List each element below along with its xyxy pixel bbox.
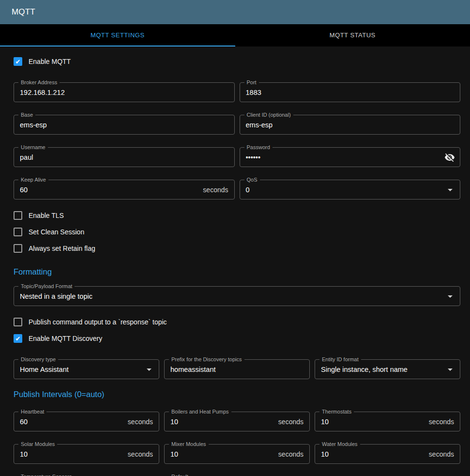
dropdown-arrow-icon [143,364,155,375]
port-input[interactable] [246,89,455,96]
water-label: Water Modules [319,441,360,447]
solar-input[interactable] [20,450,124,458]
keep-alive-field: Keep Alive seconds [14,180,235,200]
discovery-prefix-label: Prefix for the Discovery topics [169,356,244,362]
publish-response-checkbox[interactable] [14,318,22,326]
tab-bar: MQTT SETTINGS MQTT STATUS [0,24,470,46]
heartbeat-label: Heartbeat [18,409,46,415]
enable-tls-checkbox[interactable] [14,211,22,220]
password-field: Password [240,147,461,167]
publish-response-label: Publish command output to a `response` t… [29,318,167,326]
discovery-type-value: Home Assistant [20,366,140,373]
discovery-prefix-input[interactable] [170,366,303,373]
mixer-label: Mixer Modules [169,441,209,447]
thermostats-input[interactable] [321,418,425,426]
discovery-type-select[interactable]: Discovery type Home Assistant [14,359,159,379]
enable-discovery-checkbox[interactable] [14,334,22,343]
username-input[interactable] [20,154,228,161]
discovery-prefix-field: Prefix for the Discovery topics [164,359,310,379]
retain-flag-label: Always set Retain flag [29,245,95,252]
app-header: MQTT [0,0,470,24]
password-label: Password [244,144,273,150]
boilers-field: Boilers and Heat Pumps seconds [164,412,310,431]
clean-session-checkbox-row[interactable]: Set Clean Session [14,224,460,240]
retain-flag-checkbox-row[interactable]: Always set Retain flag [14,240,460,257]
entity-format-select[interactable]: Entity ID format Single instance, short … [315,359,460,379]
retain-flag-checkbox[interactable] [14,244,22,253]
port-field: Port [240,82,461,102]
water-input[interactable] [321,450,425,458]
clean-session-label: Set Clean Session [29,228,84,236]
heartbeat-input[interactable] [20,418,124,426]
boilers-label: Boilers and Heat Pumps [169,409,231,415]
water-field: Water Modules seconds [315,444,460,464]
keep-alive-label: Keep Alive [18,177,48,183]
enable-mqtt-label: Enable MQTT [29,58,71,65]
keep-alive-unit: seconds [203,186,228,194]
topic-format-label: Topic/Payload Format [18,283,75,289]
tab-mqtt-settings[interactable]: MQTT SETTINGS [0,24,235,46]
base-input[interactable] [20,121,228,129]
settings-form: Enable MQTT Broker Address Port Base Cli… [0,46,470,476]
mixer-input[interactable] [170,450,274,458]
enable-mqtt-checkbox-row[interactable]: Enable MQTT [14,53,460,70]
mixer-field: Mixer Modules seconds [164,444,310,464]
broker-address-field: Broker Address [14,82,235,102]
solar-field: Solar Modules seconds [14,444,159,464]
mixer-unit: seconds [278,450,303,458]
entity-format-label: Entity ID format [319,356,361,362]
enable-mqtt-checkbox[interactable] [14,57,22,66]
entity-format-value: Single instance, short name [321,366,441,373]
discovery-type-label: Discovery type [18,356,58,362]
tab-mqtt-status[interactable]: MQTT STATUS [235,24,470,46]
publish-response-checkbox-row[interactable]: Publish command output to a `response` t… [14,314,460,330]
port-label: Port [244,79,259,85]
thermostats-unit: seconds [429,418,454,426]
client-id-field: Client ID (optional) [240,115,461,135]
keep-alive-input[interactable] [20,186,199,194]
water-unit: seconds [429,450,454,458]
default-interval-label: Default [169,474,191,476]
enable-tls-label: Enable TLS [29,212,64,219]
dropdown-arrow-icon [444,291,456,302]
dropdown-arrow-icon [444,184,456,196]
formatting-heading: Formatting [14,267,460,276]
solar-label: Solar Modules [18,441,57,447]
broker-address-label: Broker Address [18,79,60,85]
client-id-input[interactable] [246,121,455,129]
temperature-sensors-label: Temperature Sensors [18,474,74,476]
thermostats-label: Thermostats [319,409,354,415]
publish-intervals-heading: Publish Intervals (0=auto) [14,390,460,399]
base-label: Base [18,112,35,118]
username-label: Username [18,144,48,150]
topic-format-value: Nested in a single topic [20,292,441,300]
heartbeat-field: Heartbeat seconds [14,412,159,431]
page-title: MQTT [12,7,35,17]
password-input[interactable] [246,154,442,161]
visibility-off-icon[interactable] [444,152,455,163]
dropdown-arrow-icon [444,364,456,375]
clean-session-checkbox[interactable] [14,228,22,236]
qos-select[interactable]: QoS 0 [240,180,461,200]
qos-value: 0 [246,186,442,194]
qos-label: QoS [244,177,260,183]
username-field: Username [14,147,235,167]
topic-format-select[interactable]: Topic/Payload Format Nested in a single … [14,286,460,306]
enable-discovery-label: Enable MQTT Discovery [29,335,102,342]
thermostats-field: Thermostats seconds [315,412,460,431]
enable-tls-checkbox-row[interactable]: Enable TLS [14,207,460,224]
boilers-unit: seconds [278,418,303,426]
solar-unit: seconds [128,450,153,458]
broker-address-input[interactable] [20,89,228,96]
base-field: Base [14,115,235,135]
client-id-label: Client ID (optional) [244,112,293,118]
heartbeat-unit: seconds [128,418,153,426]
enable-discovery-checkbox-row[interactable]: Enable MQTT Discovery [14,330,460,347]
boilers-input[interactable] [170,418,274,426]
